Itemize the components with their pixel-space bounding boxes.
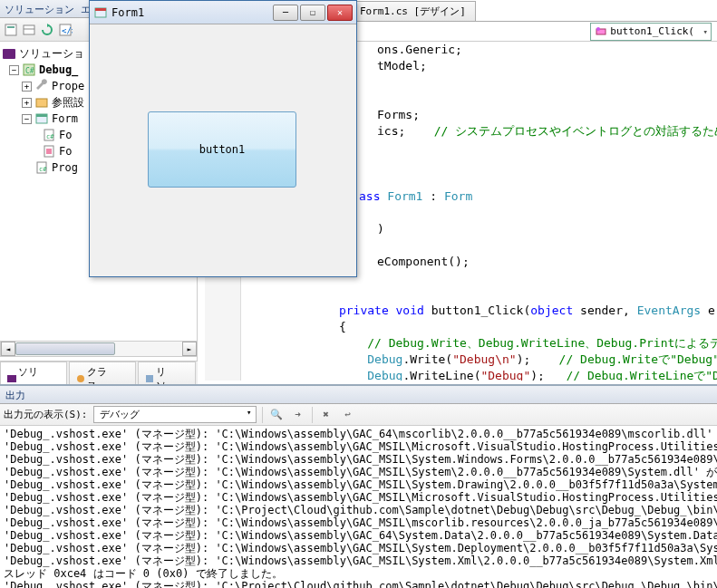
svg-rect-16: [46, 149, 52, 154]
form-icon: [34, 111, 49, 126]
svg-rect-10: [36, 99, 47, 107]
svg-rect-25: [95, 8, 106, 11]
button1[interactable]: button1: [148, 111, 296, 188]
show-all-icon[interactable]: [22, 23, 36, 37]
separator: [312, 407, 313, 423]
scroll-track[interactable]: [15, 342, 182, 356]
window-buttons: ─ ☐ ✕: [273, 5, 353, 21]
csproj-icon: C#: [22, 63, 36, 77]
output-source-label: 出力元の表示(S):: [4, 408, 88, 421]
svg-text:</>: </>: [62, 26, 73, 35]
svg-rect-7: [3, 49, 15, 59]
svg-rect-19: [7, 375, 16, 382]
find-icon[interactable]: 🔍: [268, 407, 285, 423]
app-icon: [93, 5, 108, 20]
scroll-right-icon[interactable]: ►: [182, 342, 197, 356]
svg-point-20: [77, 375, 84, 382]
collapse-icon[interactable]: −: [9, 65, 19, 75]
cs-file-icon: c#: [34, 160, 49, 175]
collapse-icon[interactable]: −: [22, 114, 32, 124]
resx-file-icon: [42, 144, 56, 159]
svg-text:C#: C#: [25, 67, 34, 75]
svg-text:c#: c#: [46, 133, 54, 140]
minimize-button[interactable]: ─: [273, 5, 298, 21]
svg-rect-21: [146, 375, 153, 382]
svg-text:c#: c#: [39, 166, 47, 173]
form1-titlebar[interactable]: Form1 ─ ☐ ✕: [90, 1, 356, 24]
method-icon: [595, 25, 607, 38]
svg-rect-2: [24, 25, 34, 34]
separator: [262, 407, 263, 423]
output-title: 出力: [0, 386, 717, 404]
wrench-icon: [34, 79, 49, 93]
form1-window[interactable]: Form1 ─ ☐ ✕ button1: [89, 0, 357, 277]
expand-icon[interactable]: +: [22, 82, 32, 92]
output-panel: 出力 出力元の表示(S): デバッグ 🔍 ➜ ✖ ↩ 'Debug_.vshos…: [0, 384, 717, 588]
svg-rect-0: [5, 24, 16, 35]
maximize-button[interactable]: ☐: [300, 5, 325, 21]
svg-point-23: [596, 27, 600, 31]
wrap-icon[interactable]: ↩: [340, 407, 356, 423]
scroll-thumb[interactable]: [15, 342, 115, 355]
clear-icon[interactable]: ✖: [318, 407, 334, 423]
close-button[interactable]: ✕: [327, 5, 353, 21]
member-dropdown[interactable]: button1_Click(: [590, 23, 712, 41]
refresh-icon[interactable]: [40, 23, 54, 37]
output-text[interactable]: 'Debug_.vshost.exe' (マネージ型): 'C:\Windows…: [0, 426, 717, 588]
references-icon: [34, 95, 49, 110]
output-source-dropdown[interactable]: デバッグ: [93, 406, 257, 423]
tab-form1-design[interactable]: Form1.cs [デザイン]: [350, 1, 476, 21]
output-toolbar: 出力元の表示(S): デバッグ 🔍 ➜ ✖ ↩: [0, 404, 717, 426]
expand-icon[interactable]: +: [22, 98, 32, 108]
goto-icon[interactable]: ➜: [290, 407, 306, 423]
cs-file-icon: c#: [42, 128, 56, 142]
view-code-icon[interactable]: </>: [58, 23, 73, 37]
svg-rect-12: [36, 114, 47, 117]
properties-icon[interactable]: [4, 23, 18, 37]
form1-title: Form1: [111, 6, 273, 19]
solution-icon: [2, 46, 16, 61]
solution-hscrollbar[interactable]: ◄ ►: [0, 341, 198, 357]
svg-rect-1: [7, 26, 15, 28]
form1-client: button1: [93, 28, 353, 273]
scroll-left-icon[interactable]: ◄: [1, 342, 15, 356]
